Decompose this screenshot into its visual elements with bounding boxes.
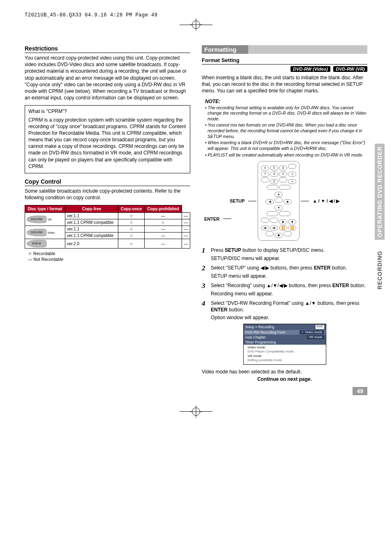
note-title: NOTE: (205, 99, 367, 104)
screen-cell: DVD-RW Recording Form (245, 330, 300, 334)
badge-dvd-rw-video: DVD-RW (Video) (291, 66, 330, 72)
disc-logo-icon: DVD-RW (27, 216, 46, 223)
crop-marks-bottom (25, 408, 367, 416)
legend-recordable: ☆ Recordable (28, 251, 190, 256)
cell: ☆ (118, 239, 145, 249)
step-sub: Recording menu will appear. (211, 291, 367, 297)
disc-sub: Video (48, 231, 55, 234)
step-text: button to display SETUP/DISC menu. (241, 247, 325, 253)
screen-badge: DVD (316, 325, 324, 329)
step-bold: ENTER (314, 265, 331, 271)
cell: ☆ (145, 219, 182, 226)
formatting-body: When inserting a blank disc, the unit st… (202, 74, 367, 94)
onscreen-menu: Setup > Recording DVD DVD-RW Recording F… (243, 324, 326, 365)
th-copy-prohibited: Copy-prohibited (145, 205, 182, 213)
screen-cell: Auto Chapter (245, 335, 307, 339)
screen-row: DVD-RW Recording Form Video mode (244, 330, 326, 335)
heading-restrictions: Restrictions (25, 45, 190, 53)
remote-icon: 456 789∧ 0∨ ▲ ◀▶ ▼ ▶■ ⏮⏭⏪⏩ ⏺ (258, 161, 300, 241)
default-note: Video mode has been selected as the defa… (202, 369, 367, 375)
screen-desc: Video mode: DVD Player Compatibility mod… (244, 345, 326, 364)
cprm-body: CPRM is a copy protection system with sc… (28, 117, 187, 170)
cell: — (145, 213, 182, 219)
fmt-cell: ver.2.0 (65, 239, 118, 249)
table-row: DVD-RW Video ver.1.1 ☆ — — (25, 226, 190, 233)
step-4: 4 Select "DVD-RW Recording Format" using… (202, 300, 367, 313)
screen-desc-line: Editing possibility mode. (248, 358, 323, 362)
note-block: NOTE: • The recording format setting is … (205, 99, 367, 158)
fmt-cell: ver.1.1 (65, 213, 118, 219)
cell: — (182, 213, 190, 219)
cell: — (182, 239, 190, 249)
label-arrows: ▲ / ▼ / ◀ / ▶ (313, 198, 339, 204)
screen-row: Auto Chapter VR mode (244, 335, 326, 340)
cell: — (182, 226, 190, 233)
cell: — (145, 239, 182, 249)
note-item: • You cannot mix two formats on one DVD-… (208, 122, 367, 139)
cell: — (145, 233, 182, 239)
remote-diagram: SETUP 456 789∧ 0∨ ▲ ◀▶ ▼ ▶■ ⏮⏭⏪⏩ ⏺ (202, 161, 367, 242)
step-text: Select "Recording" using ▲/▼/◀/▶ buttons… (211, 283, 332, 288)
note-item: • PLAYLIST will be created automatically… (208, 152, 367, 158)
crop-marks-top (25, 21, 367, 29)
continue-note: Continue on next page. (202, 376, 367, 382)
step-num: 2 (202, 265, 208, 272)
heading-formatting: Formatting (202, 45, 367, 54)
heading-copy-control: Copy Control (25, 178, 190, 186)
side-tab-operating: OPERATING DVD RECORDER (375, 144, 385, 240)
copy-control-table: Disc type / format Copy-free Copy-once C… (25, 205, 190, 249)
step-bold: ENTER (211, 307, 228, 313)
restrictions-body: You cannot record copy-protected video u… (25, 55, 190, 101)
step-2: 2 Select "SETUP" using ◀/▶ buttons, then… (202, 265, 367, 272)
step-text: button. (228, 307, 244, 313)
cell: ☆ (118, 213, 145, 219)
screen-cell: Timer Programming (245, 340, 324, 344)
cell: — (182, 233, 190, 239)
label-setup: SETUP (230, 198, 245, 203)
step-sub: SETUP menu will appear. (211, 273, 367, 279)
cprm-box: What is "CPRM"? CPRM is a copy protectio… (25, 105, 190, 173)
side-tab-recording: RECORDING (375, 248, 385, 292)
step-text: Select "SETUP" using ◀/▶ buttons, then p… (211, 265, 314, 271)
disc-logo-icon: DVD-R (27, 240, 46, 247)
table-row: DVD-RW VR ver.1.1 ☆ — — (25, 213, 190, 219)
disc-sub: VR (48, 218, 52, 221)
screen-row: Timer Programming (244, 340, 326, 345)
fmt-cell: ver.1.1 (65, 226, 118, 233)
heading-format-setting: Format Setting (202, 57, 367, 64)
table-row: DVD-R ver.2.0 ☆ — — (25, 239, 190, 249)
step-1: 1 Press SETUP button to display SETUP/DI… (202, 247, 367, 254)
step-bold: ENTER (332, 283, 349, 288)
note-item: • The recording format setting is availa… (208, 105, 367, 122)
screen-desc-line: DVD Player Compatibility mode. (248, 350, 323, 354)
disc-logo-icon: DVD-RW (27, 229, 46, 236)
step-sub: SETUP/DISC menu will appear. (211, 256, 367, 261)
steps: 1 Press SETUP button to display SETUP/DI… (202, 247, 367, 320)
right-column: Formatting Format Setting DVD-RW (Video)… (202, 45, 367, 382)
side-tabs: OPERATING DVD RECORDER RECORDING (375, 144, 385, 292)
step-num: 1 (202, 247, 208, 254)
copy-control-body: Some satellite broadcasts include copy-p… (25, 188, 190, 201)
fmt-cell: ver.1.1 CPRM compatible (65, 233, 118, 239)
th-copy-free: Copy-free (65, 205, 118, 213)
cell: — (145, 226, 182, 233)
th-copy-once: Copy-once (118, 205, 145, 213)
th-disc-type: Disc type / format (25, 205, 65, 213)
imprint-header: T2021UB_45-88.QX33 04.9.16 4:28 PM Page … (25, 12, 367, 18)
step-num: 4 (202, 300, 208, 313)
screen-desc-line: Video mode: (248, 345, 323, 350)
step-text: button. (330, 265, 347, 271)
cell: ☆ (118, 219, 145, 226)
step-text: button. (349, 283, 365, 288)
cell: ☆ (118, 233, 145, 239)
step-num: 3 (202, 282, 208, 289)
page-number: 49 (353, 387, 367, 395)
screen-cell: Video mode (300, 330, 324, 334)
label-enter: ENTER (204, 216, 219, 221)
left-column: Restrictions You cannot record copy-prot… (25, 45, 190, 382)
fmt-cell: ver.1.1 CPRM compatible (65, 219, 118, 226)
screen-desc-line: VR mode: (248, 354, 323, 358)
cell: ☆ (118, 226, 145, 233)
badge-dvd-rw-vr: DVD-RW (VR) (333, 66, 367, 72)
note-item: • When inserting a blank DVD+R or DVD+RW… (208, 140, 367, 151)
